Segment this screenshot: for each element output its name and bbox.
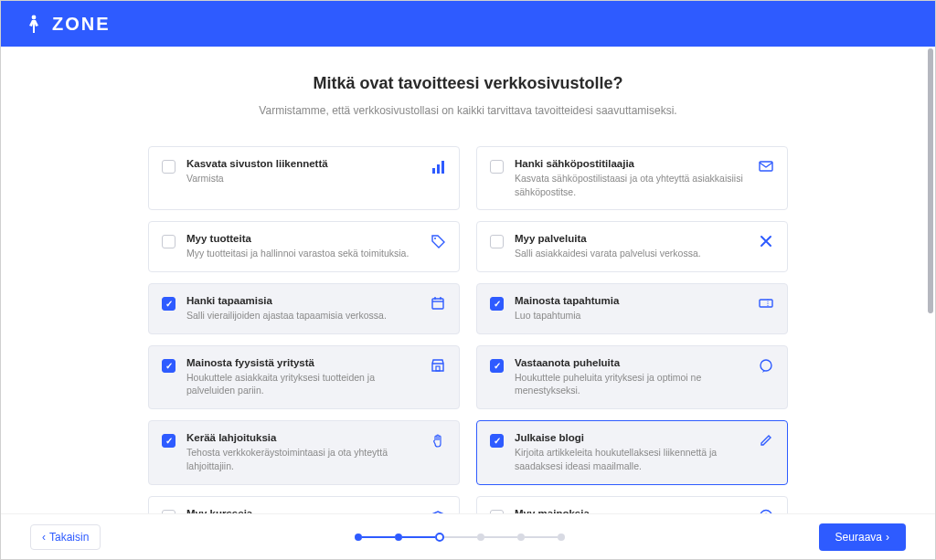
step-dot bbox=[395, 534, 402, 541]
hand-icon bbox=[430, 432, 446, 449]
app-frame: ZONE Mitkä ovat tavoitteesi verkkosivust… bbox=[0, 0, 936, 560]
goal-desc: Kirjoita artikkeleita houkutellaksesi li… bbox=[515, 446, 747, 472]
goal-title: Mainosta fyysistä yritystä bbox=[186, 357, 419, 368]
step-line bbox=[525, 536, 558, 538]
goal-desc: Myy tuotteitasi ja hallinnoi varastoa se… bbox=[186, 247, 419, 260]
app-header: ZONE bbox=[1, 1, 935, 47]
goal-card-body: Kerää lahjoituksiaTehosta verkkokeräysto… bbox=[186, 432, 419, 472]
goal-card[interactable]: Myy palveluitaSalli asiakkaidesi varata … bbox=[476, 221, 788, 272]
step-line bbox=[362, 536, 395, 538]
goal-checkbox[interactable] bbox=[162, 297, 176, 311]
goal-desc: Tehosta verkkokeräystoimintaasi ja ota y… bbox=[186, 446, 419, 472]
tag-icon bbox=[430, 233, 446, 249]
content-area[interactable]: Mitkä ovat tavoitteesi verkkosivustolle?… bbox=[1, 47, 935, 515]
goal-title: Kasvata sivuston liikennettä bbox=[186, 158, 419, 169]
step-dot bbox=[355, 534, 362, 541]
goal-card[interactable]: Mainosta fyysistä yritystäHoukuttele asi… bbox=[148, 345, 460, 409]
back-button[interactable]: ‹ Takaisin bbox=[30, 524, 101, 550]
goal-desc: Kasvata sähköpostilistaasi ja ota yhteyt… bbox=[515, 172, 747, 198]
goal-desc: Salli asiakkaidesi varata palvelusi verk… bbox=[515, 247, 747, 260]
step-dot bbox=[477, 534, 484, 541]
scrollbar-thumb[interactable] bbox=[928, 48, 933, 313]
step-dot bbox=[435, 533, 444, 542]
goal-card[interactable]: Hanki sähköpostitilaajiaKasvata sähköpos… bbox=[476, 146, 788, 210]
goal-title: Myy palveluita bbox=[515, 233, 747, 244]
brand-name: ZONE bbox=[52, 14, 111, 35]
goal-card[interactable]: Myy tuotteitaMyy tuotteitasi ja hallinno… bbox=[148, 221, 460, 272]
goal-desc: Houkuttele puheluita yrityksesi ja optim… bbox=[515, 371, 747, 397]
page-title: Mitkä ovat tavoitteesi verkkosivustolle? bbox=[37, 74, 899, 93]
goal-title: Myy tuotteita bbox=[186, 233, 419, 244]
bars-icon bbox=[430, 158, 446, 174]
goals-grid: Kasvata sivuston liikennettäVarmistaHank… bbox=[148, 146, 788, 515]
calendar-icon bbox=[430, 295, 446, 312]
step-dot bbox=[558, 534, 565, 541]
goal-card[interactable]: Myy kurssejaLuo ja myy vaikuttavia verkk… bbox=[148, 496, 460, 516]
goal-checkbox[interactable] bbox=[162, 235, 176, 248]
goal-title: Vastaanota puheluita bbox=[515, 357, 747, 368]
step-line bbox=[444, 536, 477, 538]
goal-desc: Luo tapahtumia bbox=[515, 309, 747, 322]
goal-card[interactable]: Myy mainoksiaSijoita mainoksia sivustoll… bbox=[476, 496, 788, 516]
step-dot bbox=[517, 534, 525, 541]
goal-desc: Houkuttele asiakkaita yrityksesi tuottei… bbox=[186, 371, 419, 397]
logo-icon bbox=[23, 13, 45, 35]
ticket-icon bbox=[758, 295, 774, 312]
step-line bbox=[484, 536, 517, 538]
goal-card-body: Hanki tapaamisiaSalli vierailijoiden aja… bbox=[186, 295, 419, 322]
goal-checkbox[interactable] bbox=[490, 297, 504, 311]
footer-bar: ‹ Takaisin Seuraava › bbox=[1, 513, 935, 559]
goal-checkbox[interactable] bbox=[490, 359, 504, 373]
goal-card[interactable]: Mainosta tapahtumiaLuo tapahtumia bbox=[476, 283, 788, 334]
page-subtitle: Varmistamme, että verkkosivustollasi on … bbox=[258, 102, 678, 119]
step-line bbox=[402, 536, 435, 538]
goal-card[interactable]: Julkaise blogiKirjoita artikkeleita houk… bbox=[476, 420, 788, 484]
goal-card-body: Mainosta tapahtumiaLuo tapahtumia bbox=[515, 295, 747, 322]
goal-desc: Salli vierailijoiden ajastaa tapaamisia … bbox=[186, 309, 419, 322]
goal-card-body: Kasvata sivuston liikennettäVarmista bbox=[186, 158, 419, 185]
goal-card-body: Mainosta fyysistä yritystäHoukuttele asi… bbox=[186, 357, 419, 397]
goal-checkbox[interactable] bbox=[490, 434, 504, 448]
goal-title: Hanki tapaamisia bbox=[186, 295, 419, 306]
goal-desc: Varmista bbox=[186, 172, 419, 185]
goal-checkbox[interactable] bbox=[162, 160, 176, 174]
brand-logo: ZONE bbox=[23, 13, 111, 35]
goal-card[interactable]: Hanki tapaamisiaSalli vierailijoiden aja… bbox=[148, 283, 460, 334]
goal-card-body: Julkaise blogiKirjoita artikkeleita houk… bbox=[515, 432, 747, 472]
store-icon bbox=[430, 357, 446, 374]
next-button[interactable]: Seuraava › bbox=[819, 523, 906, 551]
goal-title: Kerää lahjoituksia bbox=[186, 432, 419, 443]
goal-checkbox[interactable] bbox=[490, 235, 504, 248]
chat-icon bbox=[758, 357, 774, 374]
chevron-right-icon: › bbox=[886, 531, 889, 544]
goal-card[interactable]: Vastaanota puheluitaHoukuttele puheluita… bbox=[476, 345, 788, 409]
goal-title: Hanki sähköpostitilaajia bbox=[515, 158, 747, 169]
goal-card[interactable]: Kerää lahjoituksiaTehosta verkkokeräysto… bbox=[148, 420, 460, 484]
goal-checkbox[interactable] bbox=[490, 160, 504, 174]
goal-card-body: Hanki sähköpostitilaajiaKasvata sähköpos… bbox=[515, 158, 747, 198]
mail-icon bbox=[758, 158, 774, 174]
chevron-left-icon: ‹ bbox=[42, 531, 46, 544]
tools-icon bbox=[758, 233, 774, 249]
goal-card-body: Myy palveluitaSalli asiakkaidesi varata … bbox=[515, 233, 747, 260]
next-button-label: Seuraava bbox=[835, 531, 882, 544]
goal-card-body: Vastaanota puheluitaHoukuttele puheluita… bbox=[515, 357, 747, 397]
edit-icon bbox=[758, 432, 774, 449]
goal-card-body: Myy tuotteitaMyy tuotteitasi ja hallinno… bbox=[186, 233, 419, 260]
progress-stepper bbox=[355, 533, 565, 542]
svg-point-0 bbox=[32, 16, 37, 20]
goal-card[interactable]: Kasvata sivuston liikennettäVarmista bbox=[148, 146, 460, 210]
goal-checkbox[interactable] bbox=[162, 434, 176, 448]
back-button-label: Takaisin bbox=[49, 531, 89, 544]
goal-title: Julkaise blogi bbox=[515, 432, 747, 443]
goal-title: Mainosta tapahtumia bbox=[515, 295, 747, 306]
goal-checkbox[interactable] bbox=[162, 359, 176, 373]
